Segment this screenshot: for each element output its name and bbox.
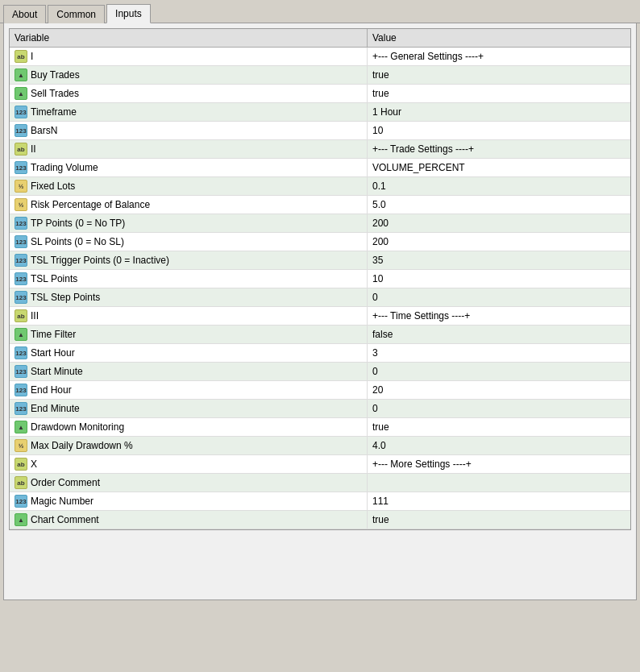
variable-label: Fixed Lots	[31, 180, 75, 192]
value-cell: +--- Time Settings ----+	[367, 307, 630, 326]
value-cell: 0	[367, 363, 630, 381]
table-row: ▲Chart Commenttrue	[10, 511, 630, 529]
value-cell: 35	[367, 251, 630, 270]
table-row: ▲Drawdown Monitoringtrue	[10, 418, 630, 437]
123-icon: 123	[15, 161, 27, 174]
123-icon: 123	[15, 106, 27, 118]
content-area: Variable Value abI+--- General Settings …	[3, 23, 637, 600]
variable-label: TSL Step Points	[31, 292, 100, 303]
ab-icon: ab	[15, 50, 27, 63]
variable-cell: ½Fixed Lots	[10, 177, 367, 196]
table-row: ▲Buy Tradestrue	[10, 66, 630, 85]
value-cell: 0	[367, 288, 630, 307]
123-icon: 123	[15, 384, 27, 396]
variable-label: SL Points (0 = No SL)	[31, 236, 124, 247]
table-row: 123Magic Number111	[10, 492, 630, 511]
ab-icon: ab	[15, 309, 27, 322]
value-cell: true	[367, 66, 630, 85]
variable-cell: 123Timeframe	[10, 103, 367, 122]
variable-label: Timeframe	[31, 106, 77, 118]
variable-cell: abX	[10, 455, 367, 474]
table-row: 123TP Points (0 = No TP)200	[10, 214, 630, 233]
table-row: ½Max Daily Drawdown %4.0	[10, 437, 630, 455]
arrow-icon: ▲	[15, 328, 27, 341]
table-row: ▲Time Filterfalse	[10, 326, 630, 344]
value-cell: 111	[367, 492, 630, 511]
123-icon: 123	[15, 495, 27, 508]
variable-cell: 123Magic Number	[10, 492, 367, 511]
value-cell: 200	[367, 214, 630, 233]
value-cell: 0	[367, 400, 630, 418]
variable-label: End Hour	[31, 384, 72, 396]
value-cell: +--- Trade Settings ----+	[367, 140, 630, 159]
table-row: 123TSL Step Points0	[10, 288, 630, 307]
value-cell: 0.1	[367, 177, 630, 196]
value-cell: 10	[367, 122, 630, 140]
inputs-table-container: Variable Value abI+--- General Settings …	[9, 28, 631, 530]
value-cell: 1 Hour	[367, 103, 630, 122]
table-row: 123Timeframe1 Hour	[10, 103, 630, 122]
variable-cell: abI	[10, 48, 367, 66]
variable-label: Sell Trades	[31, 88, 79, 99]
value-cell: 20	[367, 381, 630, 400]
table-row: 123SL Points (0 = No SL)200	[10, 233, 630, 251]
inputs-table: Variable Value abI+--- General Settings …	[10, 29, 630, 529]
tab-inputs[interactable]: Inputs	[106, 4, 151, 23]
half-icon: ½	[15, 180, 27, 193]
variable-label: Max Daily Drawdown %	[31, 440, 133, 451]
value-cell: 3	[367, 344, 630, 363]
variable-label: II	[31, 143, 36, 155]
variable-cell: abOrder Comment	[10, 474, 367, 492]
variable-label: End Minute	[31, 403, 80, 414]
variable-label: Buy Trades	[31, 69, 80, 81]
variable-label: TP Points (0 = No TP)	[31, 218, 125, 229]
variable-cell: 123End Minute	[10, 400, 367, 418]
variable-label: Time Filter	[31, 329, 76, 340]
variable-cell: ▲Sell Trades	[10, 85, 367, 103]
column-header-value: Value	[367, 29, 630, 48]
variable-cell: ▲Drawdown Monitoring	[10, 418, 367, 437]
variable-cell: abII	[10, 140, 367, 159]
variable-cell: 123TP Points (0 = No TP)	[10, 214, 367, 233]
value-cell: 4.0	[367, 437, 630, 455]
table-row: 123Start Hour3	[10, 344, 630, 363]
123-icon: 123	[15, 402, 27, 415]
arrow-icon: ▲	[15, 513, 27, 526]
variable-label: Chart Comment	[31, 514, 99, 525]
123-icon: 123	[15, 254, 27, 267]
arrow-icon: ▲	[15, 87, 27, 100]
variable-label: TSL Points	[31, 273, 77, 284]
variable-cell: ▲Buy Trades	[10, 66, 367, 85]
value-cell: 10	[367, 270, 630, 288]
variable-cell: ½Risk Percentage of Balance	[10, 196, 367, 214]
tab-common[interactable]: Common	[48, 5, 105, 23]
value-cell: 200	[367, 233, 630, 251]
value-cell: VOLUME_PERCENT	[367, 159, 630, 177]
ab-icon: ab	[15, 476, 27, 489]
123-icon: 123	[15, 235, 27, 248]
123-icon: 123	[15, 291, 27, 304]
tab-about[interactable]: About	[3, 5, 46, 23]
ab-icon: ab	[15, 143, 27, 156]
table-row: 123End Hour20	[10, 381, 630, 400]
variable-cell: 123Start Hour	[10, 344, 367, 363]
table-row: abOrder Comment	[10, 474, 630, 492]
value-cell: +--- General Settings ----+	[367, 48, 630, 66]
table-row: abX+--- More Settings ----+	[10, 455, 630, 474]
value-cell: true	[367, 85, 630, 103]
value-cell: true	[367, 418, 630, 437]
variable-label: Start Hour	[31, 347, 75, 359]
arrow-icon: ▲	[15, 421, 27, 433]
table-row: ½Fixed Lots0.1	[10, 177, 630, 196]
123-icon: 123	[15, 124, 27, 137]
variable-label: BarsN	[31, 125, 57, 136]
variable-label: I	[31, 51, 33, 62]
empty-area	[9, 530, 631, 595]
variable-label: TSL Trigger Points (0 = Inactive)	[31, 255, 169, 266]
variable-cell: 123BarsN	[10, 122, 367, 140]
ab-icon: ab	[15, 458, 27, 471]
table-row: 123End Minute0	[10, 400, 630, 418]
variable-label: Magic Number	[31, 496, 94, 507]
variable-label: III	[31, 310, 39, 321]
variable-cell: 123End Hour	[10, 381, 367, 400]
